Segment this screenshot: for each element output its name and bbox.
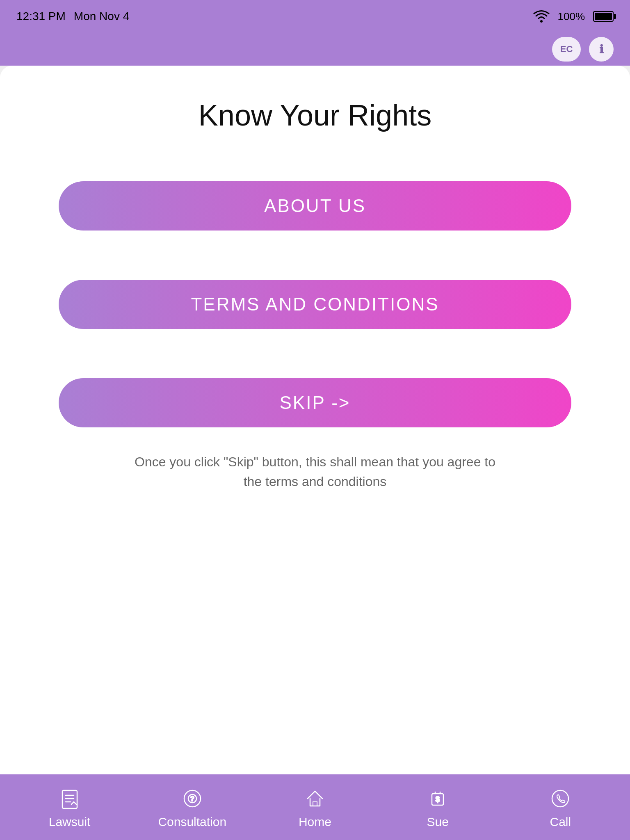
- status-bar: 12:31 PM Mon Nov 4 100%: [0, 0, 630, 33]
- nav-label-call: Call: [550, 815, 571, 829]
- nav-item-consultation[interactable]: ? Consultation: [155, 785, 229, 829]
- battery-percentage: 100%: [558, 10, 585, 23]
- wifi-icon: [533, 10, 550, 23]
- battery-icon: [593, 11, 614, 22]
- ec-icon[interactable]: EC: [552, 37, 581, 62]
- main-content: Know Your Rights ABOUT US TERMS AND COND…: [0, 66, 630, 774]
- status-time: 12:31 PM: [16, 10, 66, 23]
- sue-icon: $: [425, 785, 451, 812]
- info-icon[interactable]: ℹ: [589, 37, 614, 62]
- nav-item-lawsuit[interactable]: Lawsuit: [33, 785, 107, 829]
- svg-rect-8: [313, 802, 317, 806]
- page-title: Know Your Rights: [199, 98, 431, 132]
- nav-item-home[interactable]: Home: [278, 785, 352, 829]
- skip-note: Once you click "Skip" button, this shall…: [130, 452, 500, 491]
- nav-item-sue[interactable]: $ Sue: [401, 785, 475, 829]
- svg-point-0: [540, 20, 543, 23]
- about-us-button[interactable]: ABOUT US: [59, 181, 571, 231]
- nav-label-sue: Sue: [427, 815, 448, 829]
- lawsuit-icon: [57, 785, 83, 812]
- top-header: EC ℹ: [0, 33, 630, 66]
- svg-rect-1: [62, 790, 77, 808]
- consultation-icon: ?: [179, 785, 205, 812]
- nav-item-call[interactable]: Call: [523, 785, 597, 829]
- svg-text:$: $: [436, 795, 440, 803]
- svg-text:?: ?: [190, 795, 194, 802]
- nav-label-consultation: Consultation: [158, 815, 226, 829]
- svg-point-11: [552, 790, 568, 807]
- skip-button[interactable]: SKIP ->: [59, 378, 571, 427]
- terms-button[interactable]: TERMS AND CONDITIONS: [59, 280, 571, 329]
- status-date: Mon Nov 4: [74, 10, 129, 23]
- nav-label-lawsuit: Lawsuit: [49, 815, 91, 829]
- bottom-nav: Lawsuit ? Consultation Home: [0, 774, 630, 840]
- home-icon: [302, 785, 328, 812]
- nav-label-home: Home: [299, 815, 331, 829]
- call-icon: [547, 785, 573, 812]
